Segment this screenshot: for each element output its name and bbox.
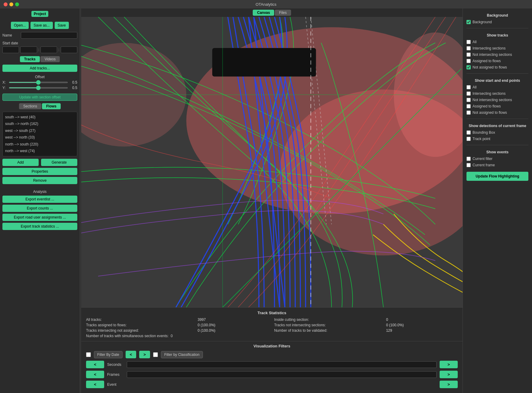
- to-validate-label: Number of tracks to be validated:: [274, 328, 381, 333]
- event-prev-button[interactable]: <: [86, 381, 104, 388]
- sep-all-label: All: [473, 85, 476, 89]
- filter-date-button[interactable]: Filter By Date: [94, 351, 123, 358]
- export-counts-button[interactable]: Export counts ...: [2, 205, 77, 212]
- tracks-all-checkbox[interactable]: [466, 40, 471, 44]
- event-next-button[interactable]: >: [440, 381, 458, 388]
- tracks-not-intersecting-label: Not intersecting sections: [473, 53, 512, 57]
- frames-label: Frames: [107, 372, 124, 377]
- flow-item[interactable]: south --> west (40): [5, 114, 75, 120]
- second-input[interactable]: [61, 46, 77, 53]
- stats-title: Track Statistics: [86, 311, 458, 315]
- properties-button[interactable]: Properties: [2, 168, 77, 175]
- flow-item[interactable]: south --> north (162): [5, 120, 75, 127]
- maximize-button[interactable]: [15, 2, 19, 6]
- add-flow-button[interactable]: Add: [2, 159, 39, 166]
- offset-x-label: X:: [2, 80, 7, 85]
- current-frame-checkbox[interactable]: [466, 163, 471, 167]
- tracks-not-intersecting-checkbox[interactable]: [466, 53, 471, 57]
- save-button[interactable]: Save: [55, 22, 69, 29]
- sep-intersecting-checkbox[interactable]: [466, 91, 471, 96]
- sep-assigned-label: Assigned to flows: [473, 104, 501, 108]
- canvas-container[interactable]: [81, 17, 463, 307]
- export-eventlist-button[interactable]: Export eventlist ...: [2, 196, 77, 203]
- filter-class-button[interactable]: Filter by Classification: [161, 351, 203, 358]
- current-filter-checkbox[interactable]: [466, 157, 471, 161]
- seconds-next-button[interactable]: >: [440, 361, 458, 368]
- flow-item[interactable]: north --> west (74): [5, 148, 75, 154]
- all-tracks-value: 3997: [198, 318, 269, 322]
- current-frame-label: Current frame: [473, 163, 495, 167]
- generate-button[interactable]: Generate: [41, 159, 77, 166]
- offset-y-label: Y:: [2, 86, 7, 90]
- stats-panel: Track Statistics All tracks: 3997 Inside…: [81, 307, 463, 341]
- remove-button[interactable]: Remove: [2, 177, 77, 184]
- filter-class-checkbox[interactable]: [153, 352, 158, 357]
- tracks-assigned-checkbox[interactable]: [466, 59, 471, 63]
- frames-next-button[interactable]: >: [440, 371, 458, 378]
- viz-filters-title: Visualization Filters: [86, 344, 458, 348]
- frames-input[interactable]: 1: [127, 371, 437, 378]
- to-validate-value: 129: [386, 328, 458, 333]
- seconds-input[interactable]: 1: [127, 361, 437, 368]
- flows-tab[interactable]: Flows: [42, 103, 61, 109]
- sections-flows-tabs: Sections Flows: [2, 103, 77, 109]
- show-tracks-section-title: Show tracks: [466, 33, 528, 37]
- current-filter-label: Current filter: [473, 157, 492, 161]
- tracks-not-assigned-label: Not assigned to flows: [473, 65, 507, 69]
- canvas-files-tabs: Canvas Files: [81, 8, 463, 17]
- sep-assigned-checkbox[interactable]: [466, 104, 471, 108]
- simultaneous-value: 0: [171, 334, 173, 338]
- tracks-tab[interactable]: Tracks: [20, 56, 40, 62]
- minimize-button[interactable]: [9, 2, 13, 6]
- bounding-box-label: Bounding Box: [473, 130, 495, 135]
- offset-x-value: 0.5: [70, 80, 77, 85]
- export-track-stats-button[interactable]: Export track statistics ...: [2, 223, 77, 230]
- all-tracks-label: All tracks:: [86, 318, 193, 322]
- tracks-videos-tabs: Tracks Videos: [2, 56, 77, 62]
- canvas-tab[interactable]: Canvas: [253, 10, 274, 16]
- videos-tab[interactable]: Videos: [40, 56, 60, 62]
- sep-not-intersecting-checkbox[interactable]: [466, 98, 471, 102]
- flow-item[interactable]: north --> south (220): [5, 141, 75, 148]
- files-tab[interactable]: Files: [275, 10, 291, 16]
- intersecting-label: Tracks intersecting not assigned:: [86, 328, 193, 333]
- filter-date-next[interactable]: >: [139, 351, 150, 358]
- main-container: Project Open... Save as... Save Name Sta…: [0, 8, 532, 393]
- tracks-intersecting-checkbox[interactable]: [466, 46, 471, 50]
- offset-y-slider[interactable]: [9, 87, 68, 88]
- open-button[interactable]: Open...: [11, 22, 29, 29]
- flow-item[interactable]: west --> north (33): [5, 134, 75, 141]
- hour-input[interactable]: [20, 46, 37, 53]
- close-button[interactable]: [4, 2, 8, 6]
- frames-prev-button[interactable]: <: [86, 371, 104, 378]
- offset-x-slider[interactable]: [9, 82, 68, 83]
- sep-not-assigned-checkbox[interactable]: [466, 110, 471, 115]
- sep-intersecting-label: Intersecting sections: [473, 91, 505, 96]
- name-input[interactable]: [21, 32, 77, 39]
- update-flow-button[interactable]: Update Flow Highlighting: [466, 172, 528, 181]
- add-tracks-button[interactable]: Add tracks...: [2, 65, 77, 72]
- background-label: Background: [473, 20, 492, 24]
- minute-input[interactable]: [40, 46, 57, 53]
- save-as-button[interactable]: Save as...: [30, 22, 53, 29]
- name-label: Name: [2, 33, 19, 37]
- sidebar: Project Open... Save as... Save Name Sta…: [0, 8, 80, 393]
- filter-date-prev[interactable]: <: [126, 351, 136, 358]
- seconds-prev-button[interactable]: <: [86, 361, 104, 368]
- sections-tab[interactable]: Sections: [19, 103, 41, 109]
- background-checkbox[interactable]: [466, 20, 471, 24]
- show-events-title: Show events: [466, 150, 528, 154]
- date-input[interactable]: [2, 46, 19, 53]
- titlebar: OTAnalytics: [0, 0, 532, 8]
- update-offset-button[interactable]: Update with section offset: [2, 94, 77, 101]
- bounding-box-checkbox[interactable]: [466, 130, 471, 135]
- flow-item[interactable]: west --> south (27): [5, 127, 75, 134]
- filter-date-checkbox[interactable]: [86, 352, 91, 357]
- export-road-user-button[interactable]: Export road user assignments ...: [2, 214, 77, 221]
- track-point-checkbox[interactable]: [466, 137, 471, 141]
- not-intersecting-value: 0 (100.0%): [386, 323, 458, 327]
- app-title: OTAnalytics: [255, 2, 276, 7]
- track-point-label: Track point: [473, 137, 490, 141]
- tracks-not-assigned-checkbox[interactable]: [466, 65, 471, 69]
- sep-all-checkbox[interactable]: [466, 85, 471, 89]
